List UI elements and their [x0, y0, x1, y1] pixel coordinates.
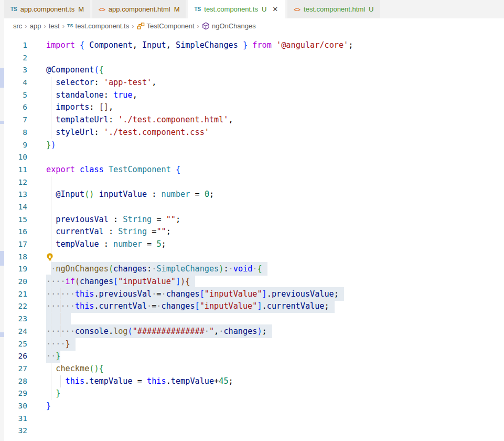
- line-content: [27, 313, 504, 326]
- indent-guide: [60, 300, 61, 313]
- indent-guide: [51, 375, 51, 388]
- code-line[interactable]: 1import { Component, Input, SimpleChange…: [4, 39, 504, 52]
- code-line[interactable]: 28 this.tempValue = this.tempValue+45;: [4, 375, 504, 388]
- selection-highlight: ······this.currentVal·=·changes["inputVa…: [46, 299, 335, 313]
- line-number: 14: [4, 201, 27, 214]
- code-line[interactable]: 4 selector: 'app-test',: [4, 77, 504, 89]
- code-line[interactable]: 17 tempValue : number = 5;: [4, 238, 504, 251]
- tab-test.component.ts[interactable]: TStest.component.tsU✕: [188, 0, 285, 18]
- line-number: 31: [4, 413, 27, 425]
- line-number: 30: [4, 400, 27, 413]
- line-number: 6: [4, 101, 27, 114]
- code-line[interactable]: 7 templateUrl: './test.component.html',: [4, 114, 504, 127]
- line-number: 16: [4, 226, 27, 238]
- breadcrumb-item-ngOnChanges[interactable]: ngOnChanges: [202, 22, 256, 30]
- code-line[interactable]: 3@Component({: [4, 64, 504, 77]
- line-number: 4: [4, 77, 27, 89]
- code-line[interactable]: 12: [4, 176, 504, 189]
- ts-file-icon: TS: [67, 23, 73, 28]
- code-line[interactable]: 32: [4, 425, 504, 437]
- breadcrumb-label: TestComponent: [147, 22, 195, 30]
- tab-app.component.html[interactable]: <>app.component.htmlM: [92, 0, 186, 18]
- code-line[interactable]: 24······console.log("##############·",·c…: [4, 326, 504, 338]
- breadcrumb-item-test[interactable]: test: [49, 22, 60, 30]
- code-line[interactable]: 2: [4, 52, 504, 65]
- indent-guide: [60, 326, 61, 338]
- line-number: 5: [4, 89, 27, 102]
- line-content: }): [27, 139, 504, 152]
- code-line[interactable]: 27 checkme(){: [4, 363, 504, 375]
- indent-guide: [51, 201, 51, 214]
- line-number: 28: [4, 375, 27, 388]
- line-number: 27: [4, 363, 27, 375]
- vscode-window: TSapp.component.tsM<>app.component.htmlM…: [0, 0, 504, 441]
- git-status-badge: U: [369, 5, 373, 13]
- selection-highlight: ······this.previousVal·=·changes["inputV…: [46, 287, 344, 301]
- line-content: ······console.log("##############·",·cha…: [27, 326, 504, 338]
- code-line[interactable]: 15 previousVal : String = "";: [4, 214, 504, 226]
- code-line[interactable]: 21······this.previousVal·=·changes["inpu…: [4, 288, 504, 301]
- code-line[interactable]: 25····}: [4, 338, 504, 351]
- code-line[interactable]: 23: [4, 313, 504, 326]
- breadcrumb-item-test.component.ts[interactable]: TStest.component.ts: [67, 22, 129, 30]
- code-line[interactable]: 5 standalone: true,: [4, 89, 504, 102]
- sidebar-selection-mark: [0, 332, 4, 337]
- breadcrumb-label: app: [30, 22, 41, 30]
- code-line[interactable]: 11export class TestComponent {: [4, 164, 504, 176]
- tab-test.component.html[interactable]: <>test.component.htmlU: [287, 0, 380, 18]
- tab-label: test.component.ts: [204, 5, 258, 13]
- line-number: 19: [4, 263, 27, 276]
- line-content: currentVal : String ="";: [27, 226, 504, 238]
- breadcrumb-item-app[interactable]: app: [30, 22, 41, 30]
- indent-guide: [51, 300, 51, 313]
- code-line[interactable]: 16 currentVal : String ="";: [4, 226, 504, 238]
- editor[interactable]: 1import { Component, Input, SimpleChange…: [4, 33, 504, 437]
- code-line[interactable]: 6 imports: [],: [4, 101, 504, 114]
- code-line[interactable]: 9}): [4, 139, 504, 152]
- git-status-badge: M: [78, 5, 84, 13]
- code-line[interactable]: 20····if(changes["inputValue"]){: [4, 276, 504, 288]
- indent-guide: [51, 387, 51, 400]
- code-line[interactable]: 19 ·ngOnChanges(changes:·SimpleChanges):…: [4, 263, 504, 276]
- code-line[interactable]: 22······this.currentVal·=·changes["input…: [4, 300, 504, 313]
- ts-file-icon: TS: [10, 6, 17, 12]
- code-line[interactable]: 10: [4, 151, 504, 164]
- line-content: [27, 425, 504, 437]
- breadcrumb-separator-icon: ›: [62, 22, 65, 30]
- line-content: [27, 251, 504, 264]
- breadcrumb-separator-icon: ›: [197, 22, 199, 30]
- code-line[interactable]: 30}: [4, 400, 504, 413]
- line-content: ······this.previousVal·=·changes["inputV…: [27, 288, 504, 301]
- code-line[interactable]: 29 }: [4, 387, 504, 400]
- tab-app.component.ts[interactable]: TSapp.component.tsM: [4, 0, 90, 18]
- code-line[interactable]: 14: [4, 201, 504, 214]
- code-line[interactable]: 26··}: [4, 350, 504, 363]
- line-number: 8: [4, 127, 27, 139]
- indent-guide: [60, 313, 61, 326]
- indent-guide: [51, 226, 51, 238]
- indent-guide: [51, 188, 51, 201]
- ts-file-icon: TS: [194, 6, 201, 12]
- code-line[interactable]: 18: [4, 251, 504, 264]
- breadcrumb-separator-icon: ›: [25, 22, 27, 30]
- line-number: 21: [4, 288, 27, 301]
- sidebar-selection-mark: [0, 251, 4, 266]
- line-number: 22: [4, 300, 27, 313]
- indent-guide: [51, 238, 51, 251]
- code-line[interactable]: 13 @Input() inputValue : number = 0;: [4, 188, 504, 201]
- html-file-icon: <>: [99, 6, 105, 13]
- indent-guide: [51, 89, 51, 102]
- line-number: 12: [4, 176, 27, 189]
- line-number: 17: [4, 238, 27, 251]
- breadcrumb-item-TestComponent[interactable]: TestComponent: [137, 22, 195, 30]
- selection-highlight: ····if(changes["inputValue"]){: [46, 275, 195, 288]
- line-number: 25: [4, 338, 27, 351]
- line-content: import { Component, Input, SimpleChanges…: [27, 39, 504, 52]
- breadcrumb-item-src[interactable]: src: [13, 22, 22, 30]
- close-icon[interactable]: ✕: [271, 5, 279, 14]
- code-line[interactable]: 8 styleUrl: './test.component.css': [4, 127, 504, 139]
- sidebar-sliver[interactable]: [0, 0, 4, 441]
- line-content: ·ngOnChanges(changes:·SimpleChanges):·vo…: [27, 263, 504, 276]
- breadcrumb-separator-icon: ›: [132, 22, 134, 30]
- code-line[interactable]: 31: [4, 413, 504, 425]
